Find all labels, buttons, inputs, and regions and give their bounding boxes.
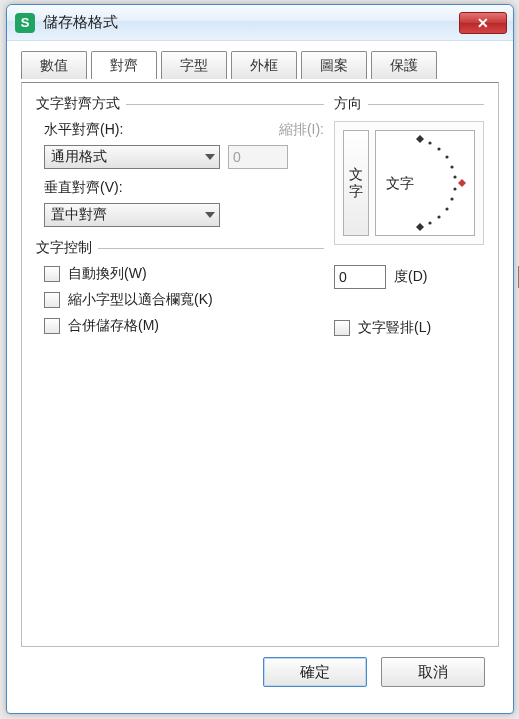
window-title: 儲存格格式 [43,13,459,32]
horizontal-align-value: 通用格式 [51,148,205,166]
wrap-text-checkbox[interactable] [44,266,60,282]
svg-point-0 [428,141,431,144]
tab-font[interactable]: 字型 [161,51,227,79]
tab-protection[interactable]: 保護 [371,51,437,79]
stacked-text-checkbox[interactable] [334,320,350,336]
svg-point-1 [437,147,440,150]
tab-panel: 文字對齊方式 水平對齊(H): 縮排(I): 通用格式 [21,82,499,647]
svg-point-6 [450,197,453,200]
svg-point-2 [445,155,448,158]
tab-alignment[interactable]: 對齊 [91,51,157,79]
dialog-window: S 儲存格格式 ✕ 數值 對齊 字型 外框 圖案 保護 文字對齊方式 [6,4,514,714]
svg-point-3 [450,165,453,168]
tab-pattern[interactable]: 圖案 [301,51,367,79]
vertical-text-button[interactable]: 文字 [343,130,369,236]
horizontal-align-combo[interactable]: 通用格式 [44,145,220,169]
divider [368,104,484,105]
svg-point-5 [453,187,456,190]
orientation-legend: 方向 [334,95,362,113]
orientation-box: 文字 文字 [334,121,484,245]
text-alignment-group: 文字對齊方式 水平對齊(H): 縮排(I): 通用格式 [36,95,324,227]
text-alignment-legend: 文字對齊方式 [36,95,120,113]
svg-point-8 [437,215,440,218]
app-icon: S [15,13,35,33]
chevron-down-icon [205,212,215,218]
orientation-dial-icon [402,133,472,233]
svg-point-4 [453,175,456,178]
cancel-button[interactable]: 取消 [381,657,485,687]
text-control-legend: 文字控制 [36,239,92,257]
tab-number[interactable]: 數值 [21,51,87,79]
wrap-text-label: 自動換列(W) [68,265,147,283]
degree-label: 度(D) [394,268,427,286]
vertical-align-combo[interactable]: 置中對齊 [44,203,220,227]
close-button[interactable]: ✕ [459,12,507,34]
shrink-to-fit-label: 縮小字型以適合欄寬(K) [68,291,213,309]
close-icon: ✕ [477,15,489,31]
indent-label: 縮排(I): [279,121,324,139]
svg-point-7 [445,207,448,210]
text-control-group: 文字控制 自動換列(W) 縮小字型以適合欄寬(K) [36,239,324,335]
orientation-group: 方向 文字 文字 [334,95,484,337]
tab-border[interactable]: 外框 [231,51,297,79]
stacked-text-label: 文字豎排(L) [358,319,431,337]
orientation-dial[interactable]: 文字 [375,130,475,236]
horizontal-align-label: 水平對齊(H): [44,121,140,139]
vertical-align-value: 置中對齊 [51,206,205,224]
ok-button[interactable]: 確定 [263,657,367,687]
merge-cells-checkbox[interactable] [44,318,60,334]
divider [98,248,324,249]
merge-cells-label: 合併儲存格(M) [68,317,159,335]
chevron-down-icon [205,154,215,160]
degree-spinner[interactable]: ▲ ▼ [334,265,386,289]
shrink-to-fit-checkbox[interactable] [44,292,60,308]
titlebar[interactable]: S 儲存格格式 ✕ [7,5,513,41]
divider [126,104,324,105]
svg-point-9 [428,221,431,224]
dialog-footer: 確定 取消 [21,647,499,701]
vertical-align-label: 垂直對齊(V): [44,179,140,197]
indent-spinner[interactable]: ▲ ▼ [228,145,288,169]
content-area: 數值 對齊 字型 外框 圖案 保護 文字對齊方式 水平對齊(H): [7,41,513,713]
tab-strip: 數值 對齊 字型 外框 圖案 保護 [21,51,499,79]
